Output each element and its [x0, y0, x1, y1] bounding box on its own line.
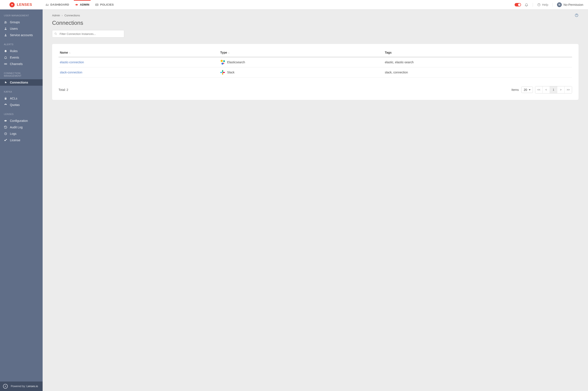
page-first[interactable]: <<: [535, 86, 543, 93]
logo-text: LENSES: [17, 2, 32, 7]
svg-rect-9: [5, 98, 6, 99]
user-name: No-Permission: [564, 3, 583, 6]
avatar: N: [557, 2, 562, 7]
sidebar-section-title: LENSES: [0, 108, 43, 117]
sidebar-item-label: Connections: [10, 81, 28, 84]
gear-icon: [4, 119, 7, 122]
sidebar-item-label: Logs: [10, 132, 16, 135]
tags-cell: elastic, elastic-search: [384, 57, 572, 67]
search-icon: [54, 32, 57, 35]
sidebar-item-label: Channels: [10, 62, 23, 66]
col-tags[interactable]: Tags: [384, 49, 572, 57]
connection-link[interactable]: slack-connection: [60, 71, 82, 74]
sidebar-item-label: ACLs: [10, 97, 17, 100]
users-icon: [4, 20, 7, 24]
nav-policies[interactable]: POLICIES: [92, 0, 117, 9]
table-row: elastic-connectionElasticsearchelastic, …: [59, 57, 572, 67]
sort-icon: ↑↓: [228, 51, 229, 54]
table-row: slack-connectionSlackslack, connection: [59, 67, 572, 78]
svg-point-8: [6, 63, 7, 64]
page-size-select[interactable]: 20: [521, 87, 533, 93]
gear-icon: [75, 3, 78, 6]
top-nav: DASHBOARD ADMIN POLICIES: [43, 0, 117, 9]
sidebar-item-label: Configuration: [10, 119, 28, 122]
main: Admin › Connections Connections Name↑↓ T…: [43, 9, 588, 391]
sidebar-item-audit-log[interactable]: Audit Log: [0, 124, 43, 130]
breadcrumb-leaf: Connections: [64, 14, 80, 17]
history-icon: [4, 125, 7, 129]
type-label: Elasticsearch: [227, 61, 245, 64]
sidebar-item-events[interactable]: Events: [0, 54, 43, 61]
connections-card: Name↑↓ Type↑↓ Tags elastic-connectionEla…: [52, 44, 579, 100]
breadcrumb-root[interactable]: Admin: [52, 14, 60, 17]
nav-label: POLICIES: [100, 3, 114, 6]
toggle-switch[interactable]: [515, 3, 521, 6]
sidebar-item-rules[interactable]: Rules: [0, 48, 43, 54]
collapse-sidebar-icon[interactable]: [3, 384, 8, 389]
slack-icon: [220, 70, 225, 75]
help-link[interactable]: Help: [537, 3, 548, 6]
sidebar-item-label: Quotas: [10, 103, 20, 106]
sort-icon: ↑↓: [69, 51, 70, 54]
nav-label: ADMIN: [80, 3, 89, 6]
powered-by: Powered by: Lenses.io: [11, 385, 38, 388]
bellcog-icon: [4, 49, 7, 53]
caret-down-icon: [529, 89, 530, 91]
svg-point-11: [4, 140, 5, 141]
sidebar-item-label: Audit Log: [10, 125, 23, 129]
sidebar-item-service-accounts[interactable]: Service accounts: [0, 32, 43, 38]
gauge-icon: [4, 103, 7, 106]
svg-point-7: [4, 63, 5, 64]
sidebar: USER MANAGEMENTGroupsUsersService accoun…: [0, 9, 43, 391]
help-label: Help: [542, 3, 548, 6]
nav-dashboard[interactable]: DASHBOARD: [43, 0, 72, 9]
sidebar-item-license[interactable]: License: [0, 137, 43, 143]
logo-icon: [9, 2, 15, 7]
page-prev[interactable]: <: [543, 86, 550, 93]
nav-admin[interactable]: ADMIN: [72, 0, 92, 9]
logo[interactable]: LENSES: [0, 2, 43, 7]
breadcrumb: Admin › Connections: [52, 14, 579, 17]
sidebar-item-users[interactable]: Users: [0, 25, 43, 32]
col-name[interactable]: Name↑↓: [59, 49, 219, 57]
page-current[interactable]: 1: [550, 86, 557, 93]
col-type[interactable]: Type↑↓: [219, 49, 384, 57]
id-icon: [95, 3, 98, 6]
divider: [533, 3, 533, 7]
user-menu[interactable]: N No-Permission: [557, 2, 583, 7]
sidebar-item-connections[interactable]: Connections: [0, 79, 43, 86]
es-icon: [220, 60, 225, 65]
sidebar-item-label: Users: [10, 27, 18, 30]
lock-icon: [4, 97, 7, 100]
sidebar-item-logs[interactable]: Logs: [0, 130, 43, 137]
sidebar-item-label: License: [10, 138, 20, 142]
svg-point-4: [6, 21, 6, 22]
chart-icon: [46, 3, 49, 6]
sidebar-section-title: CONNECTION MANAGEMENT: [0, 67, 43, 79]
total-count: Total: 2: [59, 88, 68, 92]
sidebar-section-title: KAFKA: [0, 86, 43, 95]
connection-link[interactable]: elastic-connection: [60, 61, 84, 64]
sidebar-item-quotas[interactable]: Quotas: [0, 102, 43, 108]
sidebar-item-label: Rules: [10, 49, 18, 53]
sidebar-item-groups[interactable]: Groups: [0, 19, 43, 25]
sidebar-item-channels[interactable]: Channels: [0, 61, 43, 67]
plug-icon: [4, 81, 7, 84]
svg-point-13: [55, 33, 56, 34]
page-last[interactable]: >>: [565, 86, 572, 93]
sidebar-item-configuration[interactable]: Configuration: [0, 117, 43, 124]
sidebar-section-title: USER MANAGEMENT: [0, 9, 43, 19]
page-help-icon[interactable]: [575, 13, 579, 17]
topbar: LENSES DASHBOARD ADMIN POLICIES Help N N…: [0, 0, 588, 9]
tags-cell: slack, connection: [384, 67, 572, 78]
svg-point-5: [5, 28, 6, 28]
page-next[interactable]: >: [557, 86, 565, 93]
powered-link[interactable]: Lenses.io: [26, 385, 38, 388]
connections-table: Name↑↓ Type↑↓ Tags elastic-connectionEla…: [59, 49, 572, 78]
key-icon: [4, 138, 7, 142]
filter-input[interactable]: [52, 30, 124, 37]
bell-icon: [4, 56, 7, 59]
bell-icon[interactable]: [524, 3, 528, 7]
sidebar-item-acls[interactable]: ACLs: [0, 95, 43, 102]
user-icon: [4, 27, 7, 30]
